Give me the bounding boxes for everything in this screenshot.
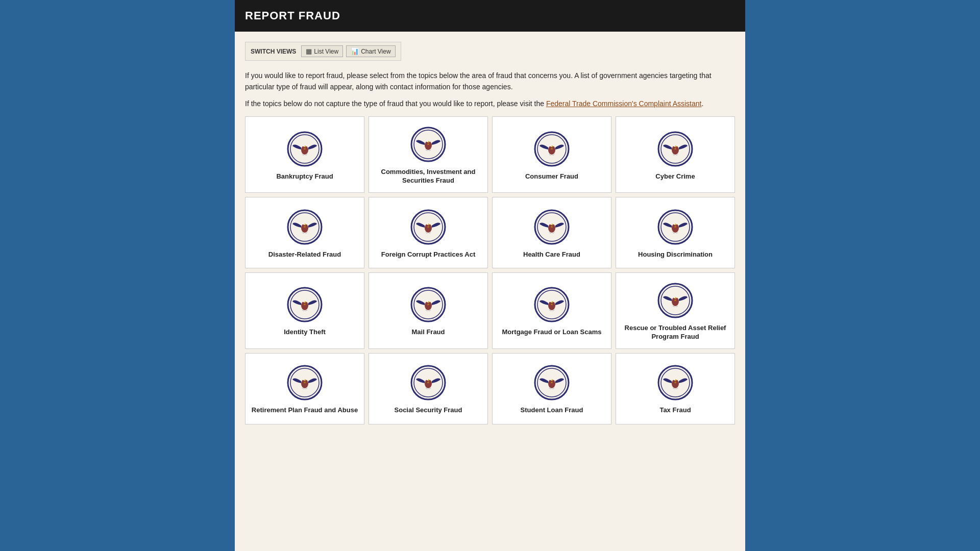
list-view-label: List View	[314, 48, 338, 55]
description-post-link: .	[701, 99, 703, 108]
list-view-icon: ▦	[306, 47, 312, 55]
description-paragraph-1: If you would like to report fraud, pleas…	[245, 70, 735, 93]
fraud-card-disaster-fraud[interactable]: Disaster-Related Fraud	[245, 197, 364, 268]
fraud-label-health-care-fraud: Health Care Fraud	[523, 251, 580, 259]
fraud-label-tax-fraud: Tax Fraud	[659, 406, 691, 415]
fraud-icon-mail-fraud	[410, 286, 447, 323]
fraud-label-consumer-fraud: Consumer Fraud	[525, 172, 578, 181]
fraud-card-social-security-fraud[interactable]: Social Security Fraud	[369, 353, 488, 424]
ftc-link[interactable]: Federal Trade Commission's Complaint Ass…	[546, 99, 702, 108]
fraud-label-student-loan-fraud: Student Loan Fraud	[521, 406, 583, 415]
page-background: REPORT FRAUD SWITCH VIEWS ▦ List View 📊 …	[0, 0, 980, 551]
fraud-icon-retirement-fraud	[286, 364, 323, 401]
fraud-card-cyber-crime[interactable]: Cyber Crime	[616, 116, 735, 193]
fraud-icon-health-care-fraud	[533, 209, 570, 245]
fraud-icon-rescue-fraud	[657, 282, 694, 319]
fraud-icon-student-loan-fraud	[533, 364, 570, 401]
fraud-icon-cyber-crime	[657, 131, 694, 167]
fraud-label-rescue-fraud: Rescue or Troubled Asset Relief Program …	[621, 324, 729, 341]
fraud-card-tax-fraud[interactable]: Tax Fraud	[616, 353, 735, 424]
fraud-icon-bankruptcy-fraud	[286, 131, 323, 167]
fraud-icon-mortgage-fraud	[533, 286, 570, 323]
fraud-card-retirement-fraud[interactable]: Retirement Plan Fraud and Abuse	[245, 353, 364, 424]
fraud-card-commodities-fraud[interactable]: Commodities, Investment and Securities F…	[369, 116, 488, 193]
fraud-icon-tax-fraud	[657, 364, 694, 401]
fraud-card-consumer-fraud[interactable]: Consumer Fraud	[492, 116, 611, 193]
fraud-icon-disaster-fraud	[286, 209, 323, 245]
content-area: SWITCH VIEWS ▦ List View 📊 Chart View If…	[235, 32, 745, 435]
fraud-label-commodities-fraud: Commodities, Investment and Securities F…	[374, 168, 482, 185]
fraud-icon-consumer-fraud	[533, 131, 570, 167]
fraud-label-retirement-fraud: Retirement Plan Fraud and Abuse	[252, 406, 358, 415]
fraud-label-disaster-fraud: Disaster-Related Fraud	[268, 251, 341, 259]
main-container: REPORT FRAUD SWITCH VIEWS ▦ List View 📊 …	[235, 0, 745, 551]
switch-views-label: SWITCH VIEWS	[251, 48, 296, 55]
switch-views-bar: SWITCH VIEWS ▦ List View 📊 Chart View	[245, 42, 401, 61]
fraud-icon-social-security-fraud	[410, 364, 447, 401]
fraud-card-mortgage-fraud[interactable]: Mortgage Fraud or Loan Scams	[492, 272, 611, 349]
fraud-icon-identity-theft	[286, 286, 323, 323]
fraud-icon-foreign-corrupt	[410, 209, 447, 245]
fraud-card-housing-discrimination[interactable]: Housing Discrimination	[616, 197, 735, 268]
fraud-icon-commodities-fraud	[410, 126, 447, 163]
page-title: REPORT FRAUD	[245, 9, 340, 22]
fraud-label-cyber-crime: Cyber Crime	[655, 172, 695, 181]
chart-view-label: Chart View	[361, 48, 390, 55]
fraud-card-bankruptcy-fraud[interactable]: Bankruptcy Fraud	[245, 116, 364, 193]
fraud-card-mail-fraud[interactable]: Mail Fraud	[369, 272, 488, 349]
fraud-card-rescue-fraud[interactable]: Rescue or Troubled Asset Relief Program …	[616, 272, 735, 349]
fraud-card-student-loan-fraud[interactable]: Student Loan Fraud	[492, 353, 611, 424]
fraud-label-bankruptcy-fraud: Bankruptcy Fraud	[276, 172, 333, 181]
fraud-card-identity-theft[interactable]: Identity Theft	[245, 272, 364, 349]
chart-view-icon: 📊	[351, 47, 359, 55]
description-pre-link: If the topics below do not capture the t…	[245, 99, 546, 108]
chart-view-button[interactable]: 📊 Chart View	[346, 45, 395, 57]
list-view-button[interactable]: ▦ List View	[301, 45, 343, 57]
fraud-label-mortgage-fraud: Mortgage Fraud or Loan Scams	[502, 328, 601, 337]
fraud-label-identity-theft: Identity Theft	[284, 328, 326, 337]
fraud-grid: Bankruptcy Fraud Commodities, Investment…	[245, 116, 735, 424]
fraud-label-social-security-fraud: Social Security Fraud	[395, 406, 462, 415]
fraud-icon-housing-discrimination	[657, 209, 694, 245]
fraud-label-housing-discrimination: Housing Discrimination	[638, 251, 713, 259]
fraud-card-health-care-fraud[interactable]: Health Care Fraud	[492, 197, 611, 268]
fraud-label-mail-fraud: Mail Fraud	[411, 328, 445, 337]
fraud-card-foreign-corrupt[interactable]: Foreign Corrupt Practices Act	[369, 197, 488, 268]
fraud-label-foreign-corrupt: Foreign Corrupt Practices Act	[381, 251, 475, 259]
header-bar: REPORT FRAUD	[235, 0, 745, 32]
description-paragraph-2: If the topics below do not capture the t…	[245, 98, 735, 109]
